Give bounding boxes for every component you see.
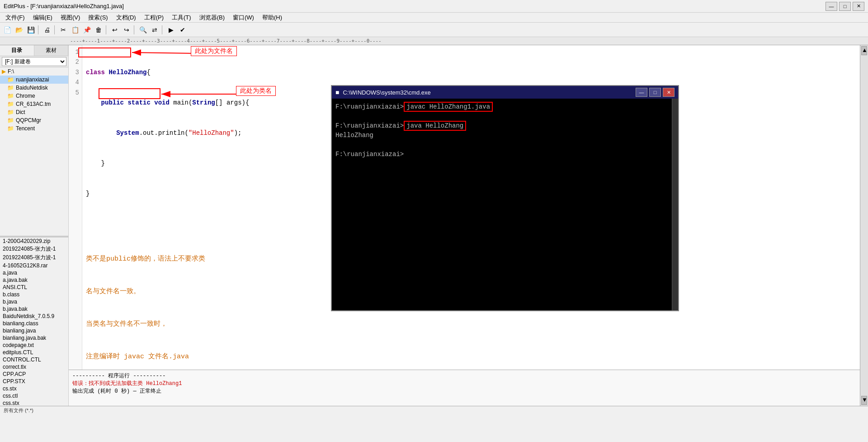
cmd-maximize-button[interactable]: □	[649, 88, 661, 97]
delete-button[interactable]: 🗑	[93, 24, 104, 35]
cmd-line-3: F:\ruanjianxiazai>java HelloZhang	[335, 121, 668, 131]
file-item[interactable]: editplus.CTL	[0, 349, 68, 356]
file-item[interactable]: codepage.txt	[0, 342, 68, 349]
file-item[interactable]: 2019224085-张力波-1	[0, 245, 68, 253]
cmd-line-4: HelloZhang	[335, 131, 668, 140]
cmd-content: F:\ruanjianxiazai>javac HelloZhang1.java…	[332, 99, 672, 310]
tab-directory[interactable]: 目录	[0, 45, 34, 56]
separator-2	[54, 25, 56, 34]
cmd-close-button[interactable]: ✕	[663, 88, 675, 97]
tree-label: Dict	[16, 109, 25, 115]
file-item[interactable]: CPP.STX	[0, 378, 68, 385]
separator-4	[134, 25, 136, 34]
file-item[interactable]: css.stx	[0, 399, 68, 406]
line-numbers: 1 2 3 4 5	[69, 45, 82, 370]
file-item[interactable]: b.java.bak	[0, 305, 68, 313]
file-item[interactable]: a.java	[0, 269, 68, 276]
file-item[interactable]: CPP.ACP	[0, 371, 68, 378]
cmd-command-highlighted: javac HelloZhang1.java	[404, 102, 493, 112]
note-line: 注意编译时 javac 文件名.java	[86, 351, 856, 363]
file-item[interactable]: cs.stx	[0, 385, 68, 392]
file-item[interactable]: 2019224085-张力波-1	[0, 253, 68, 262]
cmd-titlebar: ■ C:\WINDOWS\system32\cmd.exe — □ ✕	[332, 86, 678, 99]
replace-button[interactable]: ⇄	[149, 24, 160, 35]
menu-item-s[interactable]: 搜索(S)	[85, 13, 111, 23]
ruler: ----+----1----+----2----+----3----+----4…	[0, 37, 868, 45]
print-button[interactable]: 🖨	[42, 24, 52, 35]
folder-icon: 📁	[7, 125, 14, 132]
cmd-command-highlighted-2: java HelloZhang	[404, 121, 466, 131]
menu-item-h[interactable]: 帮助(H)	[259, 13, 286, 23]
tree-label: Tencent	[16, 125, 35, 132]
menu-item-d[interactable]: 文档(D)	[113, 13, 140, 23]
tree-item-qqpcmgr[interactable]: 📁 QQPCMgr	[0, 116, 68, 124]
file-item[interactable]: CONTROL.CTL	[0, 356, 68, 363]
file-item[interactable]: css.ctl	[0, 392, 68, 399]
open-button[interactable]: 📂	[14, 24, 24, 35]
maximize-button[interactable]: □	[839, 2, 851, 11]
cmd-window-controls: — □ ✕	[636, 88, 675, 97]
file-item[interactable]: 4-16052G12K8.rar	[0, 262, 68, 269]
save-button[interactable]: 💾	[25, 24, 36, 35]
find-button[interactable]: 🔍	[137, 24, 148, 35]
redo-button[interactable]: ↪	[121, 24, 132, 35]
output-error: 错误：找不到或无法加载主类 HelloZhang1	[72, 380, 856, 387]
cmd-prompt: F:\ruanjianxiazai>	[335, 103, 404, 110]
sidebar-tabs: 目录 素材	[0, 45, 68, 56]
tree-label: F:\	[8, 68, 14, 75]
undo-button[interactable]: ↩	[109, 24, 120, 35]
menu-item-b[interactable]: 浏览器(B)	[196, 13, 228, 23]
title-bar: EditPlus - [F:\ruanjianxiazai\HelloZhang…	[0, 0, 868, 13]
paste-button[interactable]: 📌	[81, 24, 92, 35]
file-item[interactable]: ANSI.CTL	[0, 284, 68, 291]
file-item[interactable]: bianliang.java	[0, 327, 68, 334]
menu-item-p[interactable]: 工程(P)	[141, 13, 167, 23]
cmd-scrollbar[interactable]	[672, 99, 678, 310]
file-item[interactable]: bianliang.java.bak	[0, 334, 68, 342]
tree-item-ruanjianxiazai[interactable]: 📁 ruanjianxiazai	[0, 76, 68, 84]
menu-item-f[interactable]: 文件(F)	[2, 13, 28, 23]
window-controls: — □ ✕	[826, 2, 864, 11]
drive-select[interactable]: [F:] 新建卷	[2, 57, 66, 66]
window-title: EditPlus - [F:\ruanjianxiazai\HelloZhang…	[4, 3, 864, 10]
menu-item-w[interactable]: 窗口(W)	[229, 13, 258, 23]
tree-label: QQPCMgr	[16, 117, 41, 124]
file-list: 1-200G4202029.zip 2019224085-张力波-1 20192…	[0, 238, 68, 406]
tree-item-cr613[interactable]: 📁 CR_613AC.tm	[0, 100, 68, 108]
scroll-down[interactable]: ▼	[861, 396, 867, 405]
check-button[interactable]: ✔	[177, 24, 188, 35]
cmd-minimize-button[interactable]: —	[636, 88, 647, 97]
tree-item-root[interactable]: ▶ F:\	[0, 67, 68, 76]
file-item[interactable]: 1-200G4202029.zip	[0, 238, 68, 245]
copy-button[interactable]: 📋	[70, 24, 80, 35]
tree-item-chrome[interactable]: 📁 Chrome	[0, 92, 68, 100]
run-button[interactable]: ▶	[165, 24, 176, 35]
file-item[interactable]: BaiduNetdisk_7.0.5.9	[0, 313, 68, 320]
scroll-up[interactable]: ▲	[861, 46, 867, 55]
note-line: 当类名与文件名不一致时，	[86, 318, 856, 330]
right-scrollbar[interactable]: ▲ ▼	[860, 45, 868, 406]
tree-item-tencent[interactable]: 📁 Tencent	[0, 124, 68, 133]
file-item[interactable]: bianliang.class	[0, 320, 68, 327]
tab-material[interactable]: 素材	[34, 45, 69, 56]
folder-icon: 📁	[7, 93, 14, 99]
tree-item-dict[interactable]: 📁 Dict	[0, 108, 68, 116]
menu-item-e[interactable]: 编辑(E)	[29, 13, 56, 23]
file-item[interactable]: a.java.bak	[0, 276, 68, 284]
new-button[interactable]: 📄	[2, 24, 13, 35]
tree-item-baidunetdisk[interactable]: 📁 BaiduNetdisk	[0, 84, 68, 92]
cut-button[interactable]: ✂	[58, 24, 69, 35]
close-button[interactable]: ✕	[853, 2, 864, 11]
menu-item-t[interactable]: 工具(T)	[168, 13, 195, 23]
file-item[interactable]: correct.tlx	[0, 363, 68, 371]
cmd-line-2	[335, 112, 668, 121]
line-num: 3	[71, 67, 79, 77]
menu-item-v[interactable]: 视图(V)	[57, 13, 84, 23]
line-num: 5	[71, 88, 79, 98]
file-item[interactable]: b.java	[0, 298, 68, 305]
tree-label: ruanjianxiazai	[16, 76, 49, 83]
folder-icon: 📁	[7, 85, 14, 91]
minimize-button[interactable]: —	[826, 2, 837, 11]
cmd-prompt: F:\ruanjianxiazai>	[335, 151, 404, 158]
file-item[interactable]: b.class	[0, 291, 68, 298]
